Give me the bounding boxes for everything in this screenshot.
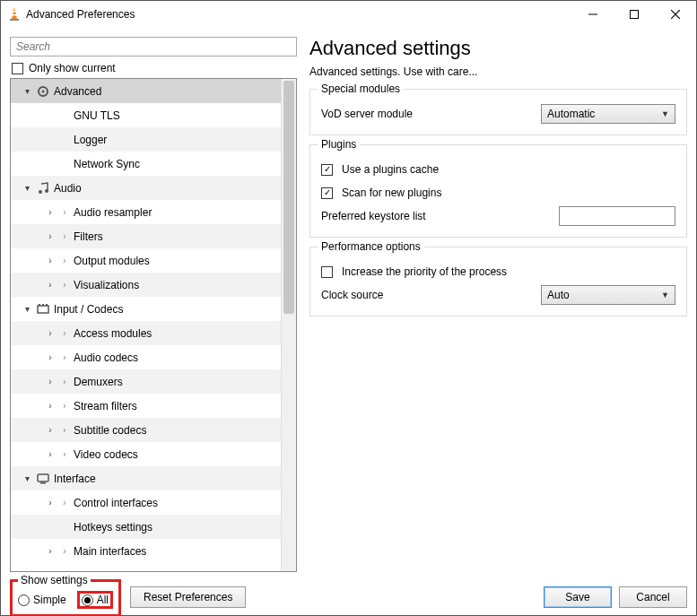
search-input[interactable] xyxy=(10,37,297,56)
cancel-button[interactable]: Cancel xyxy=(619,586,687,608)
scan-new-label: Scan for new plugins xyxy=(342,187,441,199)
radio-all[interactable] xyxy=(82,594,93,606)
bottom-bar: Show settings Simple All Reset Preferenc… xyxy=(1,572,696,615)
chevron-right-icon: › xyxy=(57,256,72,265)
reset-preferences-button[interactable]: Reset Preferences xyxy=(130,586,246,608)
expander-icon[interactable]: › xyxy=(43,449,57,459)
show-settings-group: Show settings Simple All xyxy=(10,579,121,616)
tree-row[interactable]: ››Stream filters xyxy=(11,394,281,418)
only-show-current-row[interactable]: Only show current xyxy=(12,62,297,74)
tree-row[interactable]: ››Filters xyxy=(11,224,281,248)
use-cache-label: Use a plugins cache xyxy=(342,163,439,176)
expander-icon[interactable]: › xyxy=(43,207,57,217)
minimize-button[interactable] xyxy=(572,1,614,28)
scrollbar[interactable] xyxy=(281,79,296,571)
tree-row[interactable]: ▾Audio xyxy=(11,176,281,200)
tree-label: Access modules xyxy=(74,327,152,340)
tree-label: Control interfaces xyxy=(74,497,158,509)
tree-label: Demuxers xyxy=(74,376,123,388)
tree-row[interactable]: ››Access modules xyxy=(11,321,281,345)
priority-label: Increase the priority of the process xyxy=(342,265,507,278)
iface-icon xyxy=(34,472,52,486)
svg-rect-3 xyxy=(12,14,16,16)
expander-icon[interactable]: › xyxy=(43,377,57,386)
chevron-right-icon: › xyxy=(57,377,72,386)
tree[interactable]: ▾AdvancedGNU TLSLoggerNetwork Sync▾Audio… xyxy=(11,79,281,571)
use-cache-checkbox[interactable]: ✓ xyxy=(321,164,333,176)
svg-point-10 xyxy=(39,190,42,194)
cancel-label: Cancel xyxy=(636,591,669,603)
expander-icon[interactable]: ▾ xyxy=(20,86,34,96)
tree-row[interactable]: GNU TLS xyxy=(11,103,281,127)
svg-rect-2 xyxy=(13,11,16,13)
tree-label: Interface xyxy=(54,473,96,485)
music-icon xyxy=(34,181,52,195)
radio-all-label: All xyxy=(97,594,109,606)
use-cache-row[interactable]: ✓ Use a plugins cache xyxy=(321,158,675,181)
tree-row[interactable]: ››Subtitle codecs xyxy=(11,418,281,442)
tree-row[interactable]: ››Demuxers xyxy=(11,369,281,394)
tree-row[interactable]: Network Sync xyxy=(11,152,281,176)
radio-simple-label: Simple xyxy=(33,594,66,606)
tree-row[interactable]: Logger xyxy=(11,127,281,152)
expander-icon[interactable]: › xyxy=(43,352,57,362)
priority-checkbox[interactable] xyxy=(321,266,333,278)
expander-icon[interactable]: ▾ xyxy=(20,183,34,193)
expander-icon[interactable]: › xyxy=(43,546,57,556)
chevron-right-icon: › xyxy=(57,328,72,338)
save-button[interactable]: Save xyxy=(544,586,612,608)
svg-rect-12 xyxy=(38,306,48,313)
tree-label: Video codecs xyxy=(74,448,138,461)
expander-icon[interactable]: ▾ xyxy=(20,473,34,483)
expander-icon[interactable]: › xyxy=(43,328,57,338)
tree-row[interactable]: ››Audio resampler xyxy=(11,200,281,224)
left-panel: Only show current ▾AdvancedGNU TLSLogger… xyxy=(10,37,297,572)
expander-icon[interactable]: › xyxy=(43,498,57,508)
priority-row[interactable]: Increase the priority of the process xyxy=(321,260,675,283)
tree-row[interactable]: ››Video codecs xyxy=(11,442,281,466)
tree-row[interactable]: ››Control interfaces xyxy=(11,490,281,515)
only-show-current-checkbox[interactable] xyxy=(12,63,23,74)
preferences-window: Advanced Preferences Only show current ▾… xyxy=(0,0,697,616)
tree-label: GNU TLS xyxy=(74,109,120,122)
save-label: Save xyxy=(565,591,589,603)
tree-row[interactable]: ▾Advanced xyxy=(11,79,281,103)
tree-label: Filters xyxy=(74,230,103,243)
keystore-input[interactable] xyxy=(559,206,675,226)
svg-rect-1 xyxy=(10,19,19,21)
maximize-button[interactable] xyxy=(614,1,655,28)
close-button[interactable] xyxy=(655,1,696,28)
tree-row[interactable]: ››Output modules xyxy=(11,248,281,273)
group-legend: Special modules xyxy=(318,82,404,95)
tree-row[interactable]: Hotkeys settings xyxy=(11,515,281,539)
tree-row[interactable]: ▾Input / Codecs xyxy=(11,297,281,321)
tree-label: Logger xyxy=(74,134,107,146)
vod-select[interactable]: Automatic ▼ xyxy=(541,104,675,124)
tree-row[interactable]: ››Visualizations xyxy=(11,273,281,297)
clock-select[interactable]: Auto ▼ xyxy=(541,285,675,305)
window-title: Advanced Preferences xyxy=(26,8,135,21)
expander-icon[interactable]: › xyxy=(43,280,57,290)
group-special-modules: Special modules VoD server module Automa… xyxy=(309,89,687,135)
radio-simple[interactable] xyxy=(18,594,30,606)
expander-icon[interactable]: › xyxy=(43,401,57,411)
scan-new-checkbox[interactable]: ✓ xyxy=(321,187,333,199)
keystore-label: Preferred keystore list xyxy=(321,210,550,222)
expander-icon[interactable]: ▾ xyxy=(20,304,34,314)
expander-icon[interactable]: › xyxy=(43,425,57,435)
expander-icon[interactable]: › xyxy=(43,256,57,265)
svg-rect-5 xyxy=(631,11,639,19)
titlebar: Advanced Preferences xyxy=(1,1,696,28)
chevron-right-icon: › xyxy=(57,280,72,290)
clock-label: Clock source xyxy=(321,289,532,301)
svg-rect-17 xyxy=(40,482,46,484)
codec-icon xyxy=(34,302,52,317)
tree-row[interactable]: ››Main interfaces xyxy=(11,539,281,563)
tree-row[interactable]: ››Audio codecs xyxy=(11,345,281,369)
chevron-right-icon: › xyxy=(57,498,72,508)
tree-row[interactable]: ▾Interface xyxy=(11,466,281,490)
tree-label: Audio resampler xyxy=(74,206,152,219)
scan-new-row[interactable]: ✓ Scan for new plugins xyxy=(321,181,675,204)
expander-icon[interactable]: › xyxy=(43,231,57,241)
scrollbar-thumb[interactable] xyxy=(283,81,294,314)
